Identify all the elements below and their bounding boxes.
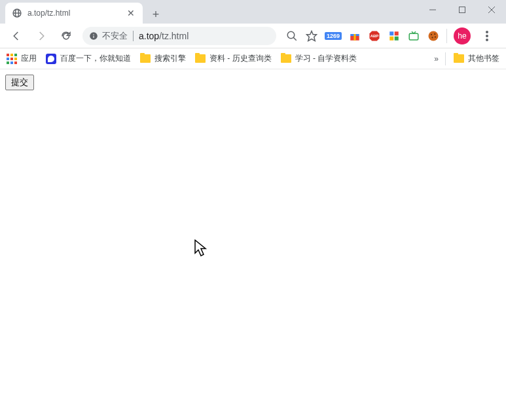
url-text: a.top/tz.html — [139, 31, 189, 41]
bookmarks-bar: 应用 百度一下，你就知道 搜索引擎 资料 - 历史查询类 学习 - 自学资料类 … — [0, 48, 506, 69]
insecure-label: 不安全 — [102, 30, 128, 42]
extension-badge-count: 1269 — [325, 32, 342, 40]
tab-title: a.top/tz.html — [27, 9, 120, 18]
titlebar: a.top/tz.html ✕ + — [0, 0, 506, 24]
svg-point-20 — [431, 37, 433, 38]
other-bookmarks-label: 其他书签 — [468, 53, 499, 64]
other-bookmarks[interactable]: 其他书签 — [454, 53, 499, 64]
svg-point-24 — [486, 39, 488, 41]
menu-button[interactable] — [477, 26, 497, 46]
close-window-button[interactable] — [477, 0, 506, 20]
toolbar-actions: 1269 ABP he — [281, 26, 501, 46]
page-content: 提交 — [0, 69, 506, 420]
window-controls — [418, 0, 506, 20]
svg-line-5 — [293, 37, 297, 41]
browser-tab[interactable]: a.top/tz.html ✕ — [5, 3, 143, 24]
bookmark-label: 资料 - 历史查询类 — [209, 53, 272, 64]
url-host: a.top — [139, 31, 159, 41]
bookmark-label: 百度一下，你就知道 — [60, 53, 131, 64]
apps-shortcut[interactable]: 应用 — [7, 53, 37, 64]
svg-text:ABP: ABP — [370, 34, 379, 38]
profile-avatar[interactable]: he — [454, 27, 471, 44]
bookmark-folder-search[interactable]: 搜索引擎 — [140, 53, 186, 64]
extension-tv-icon[interactable] — [407, 29, 420, 43]
svg-point-17 — [429, 31, 439, 41]
bookmark-separator — [445, 52, 446, 65]
svg-marker-6 — [306, 31, 316, 41]
bookmark-label: 学习 - 自学资料类 — [295, 53, 357, 64]
svg-rect-9 — [354, 34, 356, 41]
apps-label: 应用 — [21, 53, 37, 64]
url-path: /tz.html — [159, 31, 189, 41]
adblock-icon[interactable]: ABP — [368, 29, 381, 43]
submit-button[interactable]: 提交 — [5, 75, 34, 90]
security-indicator[interactable]: 不安全 — [89, 30, 128, 42]
mouse-cursor-icon — [194, 239, 208, 260]
svg-rect-16 — [409, 33, 418, 40]
bookmark-label: 搜索引擎 — [154, 53, 186, 64]
forward-button[interactable] — [30, 26, 52, 46]
folder-icon — [140, 54, 151, 63]
baidu-icon — [46, 54, 56, 64]
svg-point-18 — [431, 33, 432, 35]
toolbar: 不安全 a.top/tz.html 1269 ABP — [0, 24, 506, 48]
extension-cookie-icon[interactable] — [427, 29, 440, 43]
svg-point-19 — [434, 33, 435, 34]
extension-grid-icon[interactable] — [388, 29, 401, 43]
bookmark-overflow-button[interactable]: » — [434, 54, 437, 63]
bookmark-folder-history[interactable]: 资料 - 历史查询类 — [195, 53, 272, 64]
svg-rect-14 — [389, 36, 393, 40]
new-tab-button[interactable]: + — [147, 5, 165, 24]
folder-icon — [195, 54, 206, 63]
svg-rect-1 — [459, 7, 465, 13]
svg-point-4 — [287, 31, 295, 39]
folder-icon — [281, 54, 291, 63]
extension-gift-icon[interactable] — [348, 29, 361, 43]
reload-button[interactable] — [55, 26, 77, 46]
svg-point-21 — [435, 36, 436, 37]
extension-badge[interactable]: 1269 — [325, 29, 342, 43]
back-button[interactable] — [5, 26, 27, 46]
svg-rect-13 — [395, 31, 399, 35]
bookmark-folder-study[interactable]: 学习 - 自学资料类 — [281, 53, 357, 64]
maximize-button[interactable] — [447, 0, 477, 20]
address-bar[interactable]: 不安全 a.top/tz.html — [82, 27, 276, 45]
zoom-icon[interactable] — [285, 29, 298, 43]
close-tab-icon[interactable]: ✕ — [126, 8, 136, 18]
globe-icon — [12, 8, 22, 18]
avatar-initials: he — [458, 31, 466, 41]
toolbar-separator — [446, 29, 447, 43]
svg-point-23 — [486, 35, 488, 37]
minimize-button[interactable] — [418, 0, 447, 20]
address-divider — [133, 31, 134, 41]
svg-point-22 — [486, 31, 488, 33]
svg-rect-15 — [395, 36, 399, 40]
star-icon[interactable] — [305, 29, 318, 43]
bookmark-baidu[interactable]: 百度一下，你就知道 — [46, 53, 131, 64]
svg-rect-12 — [389, 31, 393, 35]
info-icon — [89, 31, 98, 41]
apps-icon — [7, 54, 17, 64]
folder-icon — [454, 54, 464, 63]
